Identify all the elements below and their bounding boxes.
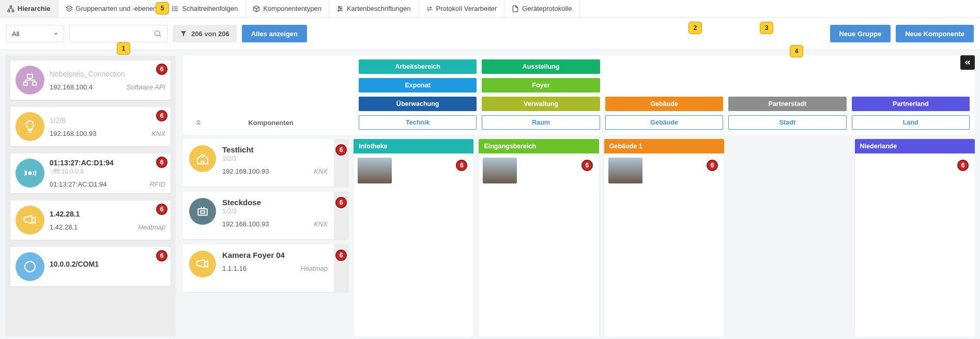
list-item-address: 1.42.28.1 [50, 223, 78, 231]
group-body[interactable]: 6 [604, 153, 724, 336]
svg-rect-18 [27, 74, 33, 79]
right-area: Komponenten ArbeitsbereichAusstellungExp… [183, 55, 975, 336]
filter-count-button[interactable]: 206 von 206 [173, 25, 237, 42]
category-chip[interactable]: Ausstellung [482, 59, 600, 74]
tab-geraeteprotokolle[interactable]: Geräteprotokolle [504, 0, 579, 17]
status-badge: 6 [456, 160, 467, 171]
tab-hierarchie[interactable]: Hierarchie [0, 0, 58, 17]
callout-4: 4 [790, 45, 803, 57]
category-chip[interactable]: Exponat [359, 78, 477, 93]
category-chip[interactable]: Partnerstadt [728, 97, 846, 111]
category-chip[interactable]: Überwachung [359, 97, 477, 111]
tab-gruppenarten[interactable]: Gruppenarten und -ebenen [58, 0, 165, 17]
list-item-title: Nobelpreis_Connection [50, 70, 165, 78]
camera-icon [189, 251, 216, 278]
status-badge: 6 [156, 157, 167, 168]
component-info: Testlicht 1/2/3 192.168.100.93KNX [222, 145, 328, 180]
tab-schaltreihenfolgen[interactable]: Schaltreihenfolgen [164, 0, 246, 17]
list-item-type: RFID [150, 180, 165, 188]
svg-rect-19 [24, 82, 28, 85]
svg-rect-20 [33, 82, 37, 85]
category-chip[interactable]: Partnerland [852, 97, 970, 111]
category-chip[interactable]: Foyer [482, 78, 600, 93]
category-chip[interactable]: Verwaltung [482, 97, 600, 111]
svg-line-17 [159, 35, 161, 37]
list-item-title: 01:13:27:AC:D1:94 [50, 159, 165, 167]
list-item-address: 192.168.100.93 [50, 130, 96, 137]
category-chip[interactable]: Technik [359, 115, 477, 130]
component-sub: 1/2/3 [222, 208, 328, 215]
component-info: Kamera Foyer 04 1.1.1.16Heatmap [222, 251, 328, 286]
component-list[interactable]: Nobelpreis_Connection 192.168.100.4Softw… [5, 55, 176, 336]
component-address: 192.168.100.93 [222, 220, 269, 228]
component-address: 1.1.1.16 [222, 265, 247, 272]
svg-rect-23 [198, 209, 207, 215]
list-icon [172, 5, 179, 12]
list-item[interactable]: Nobelpreis_Connection 192.168.100.4Softw… [10, 60, 171, 100]
category-header: Komponenten ArbeitsbereichAusstellungExp… [183, 55, 975, 135]
callout-2: 2 [688, 22, 702, 34]
collapse-up-icon[interactable] [194, 118, 203, 127]
house-plug-icon [189, 145, 216, 172]
group-col-5[interactable]: Niederlande 6 [855, 139, 975, 336]
search-icon [154, 29, 162, 38]
callout-1: 1 [117, 42, 130, 55]
group-thumbnail [483, 158, 517, 183]
component-address: 192.168.100.93 [222, 167, 269, 175]
group-col-2[interactable]: Eingangsbereich 6 [479, 139, 599, 336]
list-item[interactable]: 1.42.28.1 1.42.28.1Heatmap 6 [10, 201, 171, 240]
category-chip[interactable]: Gebäude [605, 97, 723, 111]
component-card[interactable]: Steckdose 1/2/3 192.168.100.93KNX 6 [183, 192, 348, 239]
group-header[interactable]: Eingangsbereich [479, 139, 599, 153]
search-input[interactable] [69, 25, 167, 42]
new-group-button[interactable]: Neue Gruppe [830, 25, 891, 42]
status-badge: 6 [581, 160, 593, 171]
svg-point-9 [173, 10, 173, 10]
group-col-3[interactable]: Gebäude 1 6 [604, 139, 724, 336]
list-item[interactable]: 1/2/8 192.168.100.93KNX 6 [10, 107, 171, 146]
component-card[interactable]: Kamera Foyer 04 1.1.1.16Heatmap 6 [183, 244, 348, 292]
group-body[interactable]: 6 [354, 153, 473, 336]
tab-kartenbeschriftungen[interactable]: Kartenbeschriftungen [329, 0, 419, 17]
group-body[interactable]: 6 [479, 153, 599, 336]
category-chip[interactable]: Land [852, 115, 970, 130]
list-item[interactable]: 10.0.0.2/COM1 6 [10, 247, 171, 286]
show-all-button[interactable]: Alles anzeigen [242, 25, 307, 42]
list-item[interactable]: 01:13:27:AC:D1:94 ::ffff:10.0.0.6 01:13:… [10, 153, 171, 193]
tab-komponententypen[interactable]: Komponententypen [246, 0, 329, 17]
main-area: Nobelpreis_Connection 192.168.100.4Softw… [0, 50, 980, 336]
category-chip[interactable]: Stadt [728, 115, 846, 130]
group-thumbnail [358, 158, 392, 183]
exchange-icon [426, 5, 433, 12]
list-item-title: 1.42.28.1 [50, 210, 165, 218]
list-item-title: 10.0.0.2/COM1 [50, 260, 165, 268]
group-header[interactable]: Gebäude 1 [604, 139, 724, 153]
category-chip[interactable]: Gebäude [605, 115, 723, 130]
component-type: KNX [314, 167, 328, 175]
component-type: Heatmap [300, 265, 328, 272]
collapse-panel-button[interactable] [960, 55, 975, 70]
status-badge: 6 [335, 250, 347, 261]
network-icon [16, 66, 44, 95]
chevron-down-icon [53, 31, 58, 36]
component-side: 6 [334, 244, 348, 292]
new-component-button[interactable]: Neue Komponente [896, 25, 974, 42]
cube-icon [253, 5, 260, 12]
status-badge: 6 [335, 197, 347, 208]
filter-select-all[interactable]: All [6, 25, 64, 42]
group-body[interactable]: 6 [855, 153, 975, 336]
category-chip[interactable]: Arbeitsbereich [359, 59, 477, 74]
svg-point-16 [155, 31, 160, 36]
list-item-info: Nobelpreis_Connection 192.168.100.4Softw… [50, 66, 165, 95]
component-side: 6 [334, 192, 348, 239]
component-card[interactable]: Testlicht 1/2/3 192.168.100.93KNX 6 [183, 139, 348, 187]
group-header[interactable]: Niederlande [855, 139, 975, 153]
tab-protokoll-verarbeiter[interactable]: Protokoll Verarbeiter [419, 0, 505, 17]
category-chip[interactable]: Raum [482, 115, 600, 130]
group-header[interactable]: Infotheke [354, 139, 473, 153]
group-col-1[interactable]: Infotheke 6 [354, 139, 473, 336]
status-badge: 6 [156, 250, 167, 261]
body-grid: Testlicht 1/2/3 192.168.100.93KNX 6 Stec… [183, 139, 975, 336]
svg-rect-1 [8, 10, 9, 11]
list-item-info: 10.0.0.2/COM1 [50, 252, 165, 281]
